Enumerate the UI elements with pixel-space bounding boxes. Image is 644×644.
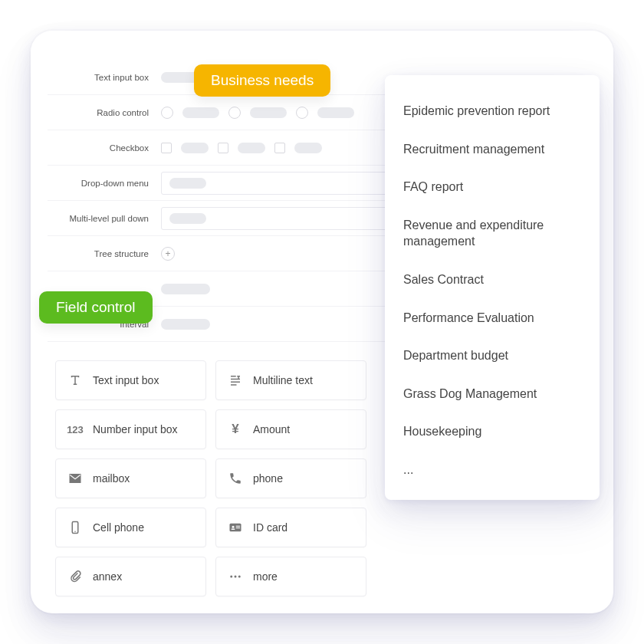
field-label: Text input box — [93, 374, 159, 386]
menu-item[interactable]: Housekeeping — [402, 412, 583, 451]
field-more[interactable]: more — [215, 557, 366, 596]
number-icon: 123 — [67, 421, 84, 438]
menu-item[interactable]: Sales Contract — [402, 261, 583, 299]
svg-point-10 — [238, 576, 241, 578]
field-label: Multiline text — [253, 374, 313, 386]
field-annex[interactable]: annex — [55, 557, 206, 596]
menu-item[interactable]: Epidemic prevention report — [402, 92, 583, 130]
menu-item[interactable]: Recruitment management — [402, 130, 583, 169]
idcard-icon — [227, 519, 244, 536]
checkbox-option[interactable] — [218, 143, 228, 153]
field-control-grid: Text input box Multiline text 123 Number… — [55, 360, 366, 596]
business-needs-badge: Business needs — [194, 64, 330, 97]
field-idcard[interactable]: ID card — [215, 508, 366, 547]
radio-option[interactable] — [296, 107, 308, 119]
form-label: Text input box — [55, 73, 161, 82]
radio-option[interactable] — [228, 107, 241, 119]
svg-rect-6 — [236, 526, 240, 527]
mail-icon — [67, 470, 84, 487]
multiline-icon — [227, 372, 244, 389]
field-phone[interactable]: phone — [215, 458, 366, 498]
yen-icon: ¥ — [227, 421, 244, 438]
menu-item[interactable]: FAQ report — [402, 168, 583, 206]
field-multiline[interactable]: Multiline text — [215, 360, 366, 400]
field-label: more — [253, 570, 278, 583]
field-label: Number input box — [93, 423, 178, 435]
phone-icon — [227, 470, 244, 487]
field-label: mailbox — [93, 472, 130, 485]
menu-item[interactable]: Revenue and expenditure management — [402, 206, 583, 261]
field-label: annex — [93, 570, 122, 583]
form-label: Multi-level pull down — [55, 214, 161, 223]
svg-rect-7 — [236, 527, 240, 528]
field-mailbox[interactable]: mailbox — [55, 458, 206, 498]
field-control-badge: Field control — [39, 291, 153, 324]
field-number[interactable]: 123 Number input box — [55, 409, 206, 449]
svg-point-4 — [232, 526, 235, 528]
field-label: Cell phone — [93, 521, 144, 534]
field-label: phone — [253, 472, 283, 485]
menu-item[interactable]: Department budget — [402, 337, 583, 375]
svg-point-9 — [235, 576, 237, 578]
text-icon — [67, 372, 84, 389]
menu-item[interactable]: Grass Dog Management — [402, 375, 583, 413]
svg-rect-5 — [232, 529, 235, 531]
form-label: Checkbox — [55, 143, 161, 153]
svg-point-2 — [74, 531, 76, 533]
add-tree-node-button[interactable]: + — [161, 247, 175, 261]
radio-option[interactable] — [161, 107, 173, 119]
checkbox-option[interactable] — [274, 143, 285, 153]
checkbox-option[interactable] — [161, 143, 172, 153]
more-icon — [227, 568, 244, 585]
cellphone-icon — [67, 519, 84, 536]
attachment-icon — [67, 568, 84, 585]
field-label: Amount — [253, 423, 290, 435]
field-cellphone[interactable]: Cell phone — [55, 508, 206, 547]
form-label: Drop-down menu — [55, 179, 161, 188]
field-label: ID card — [253, 521, 288, 534]
menu-item[interactable]: ... — [402, 451, 583, 489]
menu-item[interactable]: Performance Evaluation — [402, 299, 583, 337]
field-text-input[interactable]: Text input box — [55, 360, 206, 400]
form-label: Tree structure — [55, 249, 161, 258]
form-label: Radio control — [55, 108, 161, 117]
svg-point-8 — [230, 576, 232, 578]
field-amount[interactable]: ¥ Amount — [215, 409, 366, 449]
business-needs-menu: Epidemic prevention report Recruitment m… — [385, 75, 600, 500]
